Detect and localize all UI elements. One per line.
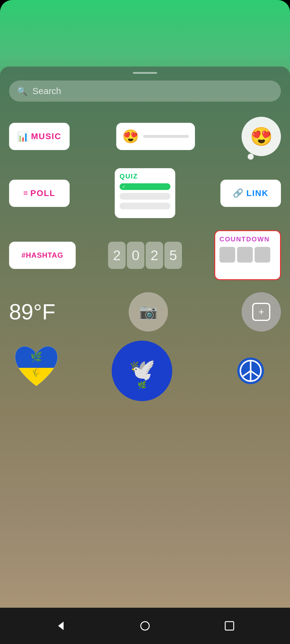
quiz-answer-bar-empty-2 — [120, 203, 170, 209]
svg-text:🕊️: 🕊️ — [129, 357, 156, 382]
sticker-row-2: ≡ POLL QUIZ ✓ 🔗 LINK — [9, 168, 281, 218]
countdown-box-3 — [255, 247, 270, 263]
music-sticker[interactable]: 📊 MUSIC — [9, 123, 70, 150]
link-sticker[interactable]: 🔗 LINK — [220, 180, 281, 207]
svg-point-25 — [141, 622, 149, 630]
sticker-row-4: 89°F 📷 + — [9, 292, 281, 332]
camera-icon: 📷 — [139, 303, 157, 320]
emoji-sticker-row: 🌿 🌾 🕊️ 🌿 — [9, 341, 281, 401]
year-digit-2: 2 — [108, 242, 126, 269]
poll-label: POLL — [30, 188, 55, 198]
emoji-slider-sticker[interactable]: 😍 — [116, 123, 195, 150]
year-sticker[interactable]: 2 0 2 5 — [108, 242, 182, 269]
nav-back-button[interactable] — [51, 617, 70, 635]
sticker-picker-sheet: 🔍 Search 📊 MUSIC 😍 😍 ≡ POLL QUIZ ✓ — [0, 67, 290, 644]
svg-marker-24 — [58, 622, 64, 630]
countdown-box-1 — [219, 247, 235, 263]
link-label: LINK — [246, 188, 269, 198]
add-sticker[interactable]: + — [242, 292, 281, 332]
heart-eyes-emoji: 😍 — [122, 129, 139, 144]
heart-eyes-bubble-emoji: 😍 — [250, 126, 273, 147]
music-bars-icon: 📊 — [17, 131, 28, 142]
dove-svg: 🕊️ 🌿 — [119, 348, 165, 394]
search-input-placeholder: Search — [32, 86, 61, 96]
quiz-title: QUIZ — [120, 172, 138, 180]
year-digit-5: 5 — [164, 242, 182, 269]
poll-sticker[interactable]: ≡ POLL — [9, 180, 70, 207]
ukraine-heart-svg: 🌿 🌾 — [9, 341, 64, 392]
slider-track — [143, 135, 189, 138]
music-label: MUSIC — [31, 132, 61, 141]
svg-rect-26 — [225, 622, 234, 630]
sunflower-peace-svg — [222, 342, 279, 400]
drag-handle[interactable] — [133, 72, 157, 74]
ukraine-heart-sticker[interactable]: 🌿 🌾 — [9, 341, 64, 401]
countdown-boxes — [219, 247, 270, 263]
nav-home-button[interactable] — [136, 617, 154, 635]
sticker-row-1: 📊 MUSIC 😍 😍 — [9, 117, 281, 156]
sunflower-peace-sticker[interactable] — [220, 341, 281, 401]
svg-text:🌿: 🌿 — [30, 351, 42, 363]
nav-recent-button[interactable] — [220, 617, 239, 635]
svg-text:🌿: 🌿 — [137, 381, 147, 389]
countdown-sticker[interactable]: COUNTDOWN — [214, 230, 281, 280]
search-icon: 🔍 — [17, 86, 28, 96]
nav-bar — [0, 608, 290, 644]
year-digit-0: 0 — [127, 242, 144, 269]
countdown-title: COUNTDOWN — [219, 235, 270, 243]
weather-sticker[interactable]: 89°F — [9, 299, 55, 324]
quiz-sticker[interactable]: QUIZ ✓ — [115, 168, 175, 218]
hashtag-sticker[interactable]: #HASHTAG — [9, 242, 76, 269]
emoji-bubble-sticker[interactable]: 😍 — [242, 117, 281, 156]
svg-text:🌾: 🌾 — [31, 368, 42, 378]
add-sticker-icon: + — [252, 303, 270, 321]
search-bar[interactable]: 🔍 Search — [9, 80, 281, 102]
countdown-box-2 — [237, 247, 253, 263]
quiz-check-icon: ✓ — [122, 184, 126, 189]
link-icon: 🔗 — [233, 188, 243, 198]
sticker-row-3: #HASHTAG 2 0 2 5 COUNTDOWN — [9, 230, 281, 280]
hashtag-label: #HASHTAG — [21, 251, 63, 260]
dove-sticker[interactable]: 🕊️ 🌿 — [112, 341, 172, 401]
poll-icon: ≡ — [23, 188, 28, 198]
camera-sticker[interactable]: 📷 — [129, 292, 168, 332]
year-digit-2b: 2 — [146, 242, 163, 269]
quiz-answer-bar-correct: ✓ — [120, 183, 170, 190]
quiz-answer-bar-empty-1 — [120, 193, 170, 200]
